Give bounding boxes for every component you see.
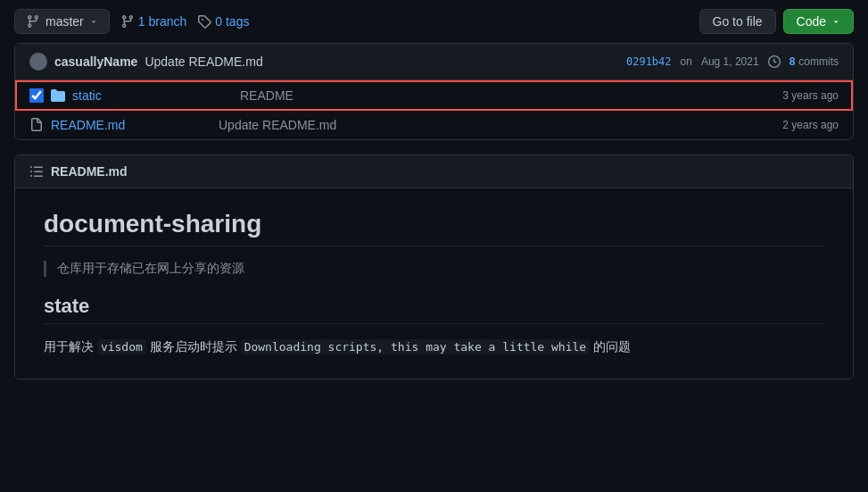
file-row-readme: README.md Update README.md 2 years ago	[15, 111, 853, 139]
readme-title: document-sharing	[44, 210, 824, 246]
tag-count-link[interactable]: 0 tags	[215, 14, 249, 29]
commit-date-prefix: on	[681, 55, 692, 68]
readme-section-title: state	[44, 295, 824, 324]
top-bar-left: master 1 branch 0 tags	[14, 9, 249, 34]
file-date-static: 3 years ago	[758, 89, 839, 102]
file-name-static[interactable]: static	[72, 88, 197, 103]
commit-author: casuallyName	[54, 54, 137, 69]
file-commit-msg-readme: Update README.md	[183, 118, 751, 132]
commit-date: Aug 1, 2021	[701, 55, 759, 68]
file-date-readme: 2 years ago	[758, 119, 839, 131]
commit-header: casuallyName Update README.md 0291b42 on…	[15, 44, 853, 80]
branch-count-link[interactable]: 1 branch	[138, 14, 187, 29]
readme-section: README.md document-sharing 仓库用于存储已在网上分享的…	[14, 154, 854, 379]
file-icon	[29, 118, 44, 132]
go-to-file-button[interactable]: Go to file	[699, 9, 776, 34]
top-bar: master 1 branch 0 tags Go to file Code	[0, 0, 868, 43]
readme-subtitle: 仓库用于存储已在网上分享的资源	[44, 261, 824, 277]
readme-code2: Downloading scripts, this may take a lit…	[241, 339, 591, 354]
commit-message: Update README.md	[145, 54, 262, 69]
commit-hash[interactable]: 0291b42	[626, 55, 672, 68]
tag-count[interactable]: 0 tags	[197, 14, 249, 29]
clock-icon	[768, 55, 781, 68]
branch-selector[interactable]: master	[14, 9, 110, 34]
readme-body: document-sharing 仓库用于存储已在网上分享的资源 state 用…	[15, 188, 853, 379]
readme-code1: visdom	[97, 339, 146, 354]
commits-link[interactable]: 8 commits	[789, 55, 839, 68]
readme-header: README.md	[15, 155, 853, 188]
readme-paragraph: 用于解决 visdom 服务启动时提示 Downloading scripts,…	[44, 337, 824, 357]
avatar	[29, 53, 47, 71]
top-bar-right: Go to file Code	[699, 9, 855, 34]
file-row-static: static README 3 years ago	[15, 80, 853, 111]
repo-file-table: casuallyName Update README.md 0291b42 on…	[14, 43, 854, 140]
file-checkbox-static[interactable]	[29, 88, 44, 103]
readme-header-label: README.md	[51, 164, 128, 179]
list-icon	[29, 164, 44, 179]
code-button[interactable]: Code	[783, 9, 854, 34]
commit-header-left: casuallyName Update README.md	[29, 53, 263, 71]
commit-header-right: 0291b42 on Aug 1, 2021 8 commits	[626, 55, 839, 68]
file-name-readme[interactable]: README.md	[51, 118, 176, 132]
branch-name: master	[45, 14, 84, 29]
commits-count-link[interactable]: 8	[789, 55, 796, 68]
branch-count[interactable]: 1 branch	[120, 14, 187, 29]
file-commit-msg-static: README	[204, 88, 751, 103]
folder-icon	[51, 88, 65, 103]
